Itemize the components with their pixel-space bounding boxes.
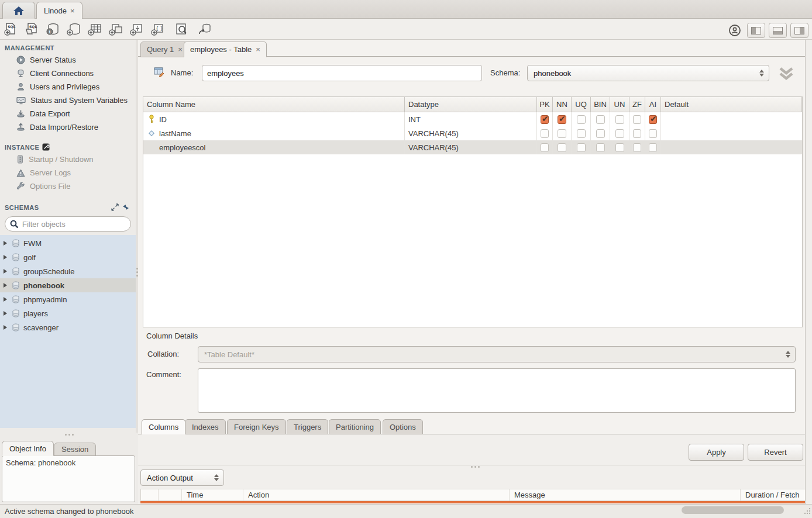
toggle-bottom-panel-button[interactable]: [769, 23, 787, 38]
comment-textarea[interactable]: [198, 368, 796, 413]
sidebar-item-server-status[interactable]: Server Status: [0, 53, 136, 67]
home-tab[interactable]: [2, 2, 35, 19]
uq-checkbox[interactable]: [577, 115, 586, 124]
create-table-button[interactable]: [84, 20, 105, 38]
tab-options[interactable]: Options: [383, 419, 423, 434]
tab-partitioning[interactable]: Partitioning: [329, 419, 381, 434]
header-duration-fetch[interactable]: Duration / Fetch: [741, 489, 811, 500]
column-default[interactable]: [661, 140, 802, 154]
sidebar-item-data-export[interactable]: Data Export: [0, 107, 136, 120]
tab-object-info[interactable]: Object Info: [2, 441, 54, 456]
uq-checkbox[interactable]: [577, 129, 586, 138]
expand-schemas-icon[interactable]: [111, 203, 119, 211]
header-uq[interactable]: UQ: [572, 97, 591, 112]
tab-columns[interactable]: Columns: [142, 419, 185, 434]
header-message[interactable]: Message: [510, 489, 741, 500]
bin-checkbox[interactable]: [596, 143, 605, 152]
sidebar-item-data-import[interactable]: Data Import/Restore: [0, 120, 136, 134]
expand-arrow-icon[interactable]: [4, 241, 7, 246]
uq-checkbox[interactable]: [577, 143, 586, 152]
open-sql-script-button[interactable]: SQL: [21, 20, 42, 38]
expand-arrow-icon[interactable]: [4, 311, 7, 316]
header-nn[interactable]: NN: [553, 97, 572, 112]
sidebar-item-users-privileges[interactable]: Users and Privileges: [0, 80, 136, 94]
un-checkbox[interactable]: [615, 143, 624, 152]
nn-checkbox[interactable]: [558, 143, 566, 152]
collation-select[interactable]: *Table Default*: [198, 346, 796, 362]
expand-arrow-icon[interactable]: [4, 297, 7, 302]
expand-arrow-icon[interactable]: [4, 269, 7, 274]
un-checkbox[interactable]: [615, 129, 624, 138]
search-data-button[interactable]: [171, 20, 192, 38]
nn-checkbox[interactable]: [558, 115, 566, 124]
schema-item-golf[interactable]: golf: [0, 250, 136, 264]
sidebar-item-startup-shutdown[interactable]: Startup / Shutdown: [0, 153, 136, 166]
zf-checkbox[interactable]: [633, 143, 641, 152]
data-transfer-button[interactable]: [194, 20, 215, 38]
expand-arrow-icon[interactable]: [4, 325, 7, 330]
tab-close-icon[interactable]: ×: [178, 45, 183, 54]
un-checkbox[interactable]: [615, 115, 624, 124]
create-view-button[interactable]: [105, 20, 126, 38]
schema-item-fwm[interactable]: FWM: [0, 236, 136, 250]
header-default[interactable]: Default: [661, 97, 802, 112]
sidebar-item-server-logs[interactable]: Server Logs: [0, 166, 136, 179]
column-default[interactable]: [661, 112, 802, 126]
pk-checkbox[interactable]: [541, 129, 549, 138]
ai-checkbox[interactable]: [649, 129, 657, 138]
schema-item-groupschedule[interactable]: groupSchedule: [0, 264, 136, 278]
create-procedure-button[interactable]: [126, 20, 147, 38]
expand-form-chevron-icon[interactable]: [778, 66, 794, 81]
header-status-icon-col[interactable]: [141, 489, 159, 500]
pk-checkbox[interactable]: [541, 143, 549, 152]
toggle-right-panel-button[interactable]: [790, 23, 808, 38]
tab-triggers[interactable]: Triggers: [287, 419, 328, 434]
tab-session[interactable]: Session: [54, 443, 96, 456]
toggle-left-panel-button[interactable]: [747, 23, 765, 38]
right-panel-collapsed-strip[interactable]: [805, 40, 812, 504]
pk-checkbox[interactable]: [541, 115, 549, 124]
header-un[interactable]: UN: [610, 97, 629, 112]
schema-item-scavenger[interactable]: scavenger: [0, 320, 136, 334]
sidebar-item-options-file[interactable]: Options File: [0, 179, 136, 193]
schema-item-phonebook[interactable]: phonebook: [0, 278, 136, 292]
tab-indexes[interactable]: Indexes: [185, 419, 226, 434]
bin-checkbox[interactable]: [596, 115, 605, 124]
header-time[interactable]: Time: [182, 489, 243, 500]
column-row-id[interactable]: ID INT: [143, 112, 802, 126]
schema-inspector-button[interactable]: i: [42, 20, 63, 38]
splitter-grip[interactable]: [61, 434, 77, 436]
schema-select[interactable]: phonebook: [527, 65, 769, 81]
header-column-name[interactable]: Column Name: [143, 97, 405, 112]
new-sql-tab-button[interactable]: SQL: [0, 20, 21, 38]
nn-checkbox[interactable]: [558, 129, 566, 138]
tab-foreign-keys[interactable]: Foreign Keys: [227, 419, 286, 434]
connection-tab[interactable]: Linode ×: [36, 2, 82, 19]
output-selector[interactable]: Action Output: [140, 469, 224, 486]
sidebar-item-client-connections[interactable]: Client Connections: [0, 67, 136, 80]
column-datatype[interactable]: INT: [405, 112, 537, 126]
expand-arrow-icon[interactable]: [4, 255, 7, 260]
column-row-lastname[interactable]: lastName VARCHAR(45): [143, 126, 802, 140]
schema-item-phpmyadmin[interactable]: phpmyadmin: [0, 292, 136, 306]
ai-checkbox[interactable]: [649, 143, 657, 152]
splitter-grip[interactable]: [467, 466, 483, 468]
connection-tab-close-icon[interactable]: ×: [70, 6, 75, 15]
horizontal-scrollbar-thumb[interactable]: [682, 506, 784, 514]
assistant-button[interactable]: [726, 22, 744, 39]
column-datatype[interactable]: VARCHAR(45): [405, 126, 537, 140]
header-zf[interactable]: ZF: [629, 97, 645, 112]
window-resize-grip[interactable]: [804, 507, 811, 514]
revert-button[interactable]: Revert: [748, 444, 803, 461]
schema-filter-input[interactable]: [22, 220, 116, 229]
zf-checkbox[interactable]: [633, 115, 641, 124]
expand-arrow-icon[interactable]: [4, 283, 7, 288]
header-datatype[interactable]: Datatype: [405, 97, 537, 112]
column-row-employeescol[interactable]: employeescol VARCHAR(45): [143, 140, 802, 154]
table-name-input[interactable]: [202, 65, 482, 81]
bin-checkbox[interactable]: [596, 129, 605, 138]
create-schema-button[interactable]: [63, 20, 84, 38]
header-index-col[interactable]: [159, 489, 182, 500]
refresh-schemas-icon[interactable]: [122, 203, 130, 211]
header-pk[interactable]: PK: [537, 97, 553, 112]
